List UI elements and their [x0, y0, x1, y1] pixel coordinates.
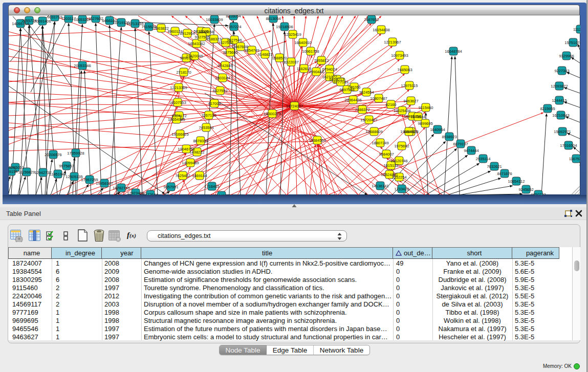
svg-text:1649584: 1649584 — [410, 115, 425, 119]
svg-text:7386372: 7386372 — [355, 107, 369, 112]
svg-text:8172644: 8172644 — [143, 192, 158, 195]
svg-text:10654112: 10654112 — [508, 179, 525, 184]
svg-text:14136141: 14136141 — [372, 184, 388, 188]
svg-text:16640910: 16640910 — [294, 40, 311, 45]
svg-text:16648784: 16648784 — [445, 49, 462, 54]
svg-text:16033809: 16033809 — [206, 17, 223, 22]
svg-text:1615132: 1615132 — [383, 163, 398, 168]
svg-text:19958107: 19958107 — [96, 181, 113, 186]
svg-text:3267130: 3267130 — [201, 113, 216, 118]
svg-text:18807249: 18807249 — [372, 141, 388, 145]
svg-text:18724007: 18724007 — [286, 104, 303, 108]
svg-text:2252254: 2252254 — [391, 175, 406, 180]
svg-text:11156829: 11156829 — [18, 170, 35, 174]
svg-text:18300273: 18300273 — [264, 112, 280, 116]
svg-text:8678335: 8678335 — [193, 139, 208, 143]
svg-text:1975692: 1975692 — [394, 144, 409, 148]
svg-text:8471676: 8471676 — [497, 171, 512, 176]
svg-text:7625402: 7625402 — [175, 173, 190, 178]
svg-text:10973493: 10973493 — [391, 53, 408, 58]
svg-text:7955812: 7955812 — [314, 58, 329, 63]
svg-text:19384554: 19384554 — [309, 138, 325, 143]
svg-text:8215955: 8215955 — [540, 106, 555, 111]
svg-text:9327546: 9327546 — [227, 38, 242, 42]
svg-text:8990448: 8990448 — [309, 70, 323, 74]
svg-text:9227343: 9227343 — [554, 69, 569, 73]
svg-text:9115460: 9115460 — [419, 105, 433, 110]
svg-text:17359928: 17359928 — [67, 151, 84, 156]
svg-text:15720407: 15720407 — [360, 118, 377, 122]
svg-text:1527602: 1527602 — [88, 16, 103, 21]
svg-text:12975115: 12975115 — [401, 83, 418, 88]
svg-text:8427552: 8427552 — [212, 89, 227, 93]
svg-text:20364436: 20364436 — [344, 98, 361, 102]
svg-text:16543382: 16543382 — [188, 41, 205, 46]
svg-text:2935114: 2935114 — [476, 157, 491, 161]
svg-text:12325419: 12325419 — [284, 32, 301, 37]
svg-text:1733426: 1733426 — [394, 187, 409, 191]
svg-text:10688609: 10688609 — [365, 129, 382, 134]
svg-text:10807487: 10807487 — [370, 96, 387, 101]
svg-text:19654985: 19654985 — [168, 117, 185, 122]
svg-text:20053346: 20053346 — [74, 63, 91, 68]
svg-text:16154838: 16154838 — [373, 28, 389, 32]
svg-text:8316054: 8316054 — [226, 15, 241, 18]
svg-text:19654923: 19654923 — [400, 129, 417, 134]
svg-text:1469144: 1469144 — [192, 173, 207, 178]
svg-text:939154: 939154 — [9, 169, 18, 174]
svg-text:12213967: 12213967 — [384, 40, 401, 45]
svg-text:1244415: 1244415 — [552, 98, 567, 103]
svg-text:14099489: 14099489 — [182, 161, 199, 165]
svg-text:12093872: 12093872 — [551, 84, 568, 89]
svg-text:417004: 417004 — [208, 101, 221, 106]
svg-text:62160: 62160 — [386, 102, 397, 107]
svg-text:9899695: 9899695 — [418, 121, 432, 126]
svg-text:9031719: 9031719 — [47, 15, 62, 19]
svg-text:9474444: 9474444 — [464, 148, 478, 153]
svg-text:12213369: 12213369 — [170, 85, 187, 90]
svg-text:9245652: 9245652 — [518, 187, 533, 192]
svg-text:9850723: 9850723 — [531, 192, 546, 195]
svg-text:7632621: 7632621 — [487, 164, 502, 169]
svg-text:8912954: 8912954 — [180, 31, 194, 36]
svg-text:9329966: 9329966 — [559, 54, 574, 58]
svg-text:11451944: 11451944 — [50, 172, 67, 177]
svg-text:9975857: 9975857 — [59, 164, 74, 168]
svg-text:7264055: 7264055 — [214, 193, 229, 195]
svg-text:8322037: 8322037 — [284, 60, 298, 64]
svg-text:2718170: 2718170 — [176, 70, 191, 75]
svg-text:989612: 989612 — [180, 56, 192, 60]
svg-text:19166825: 19166825 — [171, 132, 188, 137]
svg-text:1167533: 1167533 — [569, 157, 580, 161]
svg-text:8938923: 8938923 — [442, 135, 456, 139]
svg-text:3875685: 3875685 — [223, 50, 237, 55]
svg-text:1112905: 1112905 — [573, 27, 580, 32]
svg-text:7663822: 7663822 — [154, 26, 168, 31]
svg-text:2803144: 2803144 — [215, 76, 230, 80]
svg-text:9777169: 9777169 — [333, 80, 348, 84]
svg-text:9463627: 9463627 — [403, 99, 418, 103]
svg-text:10120746: 10120746 — [390, 159, 407, 163]
svg-text:6794024: 6794024 — [322, 67, 337, 72]
svg-text:3624554: 3624554 — [359, 90, 374, 95]
svg-text:9657991: 9657991 — [163, 185, 178, 189]
svg-text:1498222: 1498222 — [189, 150, 204, 155]
svg-text:15692971: 15692971 — [554, 129, 571, 134]
svg-text:9146821: 9146821 — [257, 52, 272, 57]
svg-text:12923468: 12923468 — [127, 191, 144, 195]
svg-text:17016504: 17016504 — [560, 143, 577, 148]
svg-text:10025438: 10025438 — [394, 108, 410, 113]
svg-text:7453594: 7453594 — [199, 125, 213, 130]
svg-text:6879197: 6879197 — [453, 142, 468, 146]
svg-text:1716465: 1716465 — [204, 184, 219, 189]
svg-text:7485063: 7485063 — [397, 68, 412, 72]
svg-text:1640954: 1640954 — [430, 127, 445, 132]
svg-text:9242845: 9242845 — [217, 63, 232, 68]
svg-text:9146058: 9146058 — [199, 30, 213, 34]
svg-text:15751074: 15751074 — [564, 40, 580, 45]
svg-text:19218506: 19218506 — [276, 25, 293, 29]
svg-text:2687652: 2687652 — [364, 17, 379, 22]
svg-text:20691406: 20691406 — [34, 19, 51, 24]
svg-text:8813054: 8813054 — [266, 16, 280, 21]
svg-text:16210643: 16210643 — [552, 113, 569, 118]
